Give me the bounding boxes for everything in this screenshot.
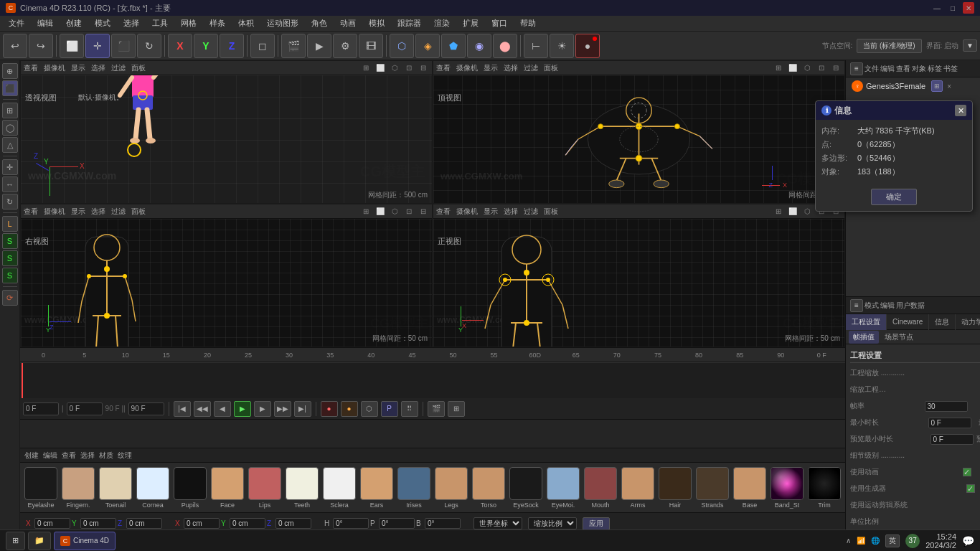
menu-tracker[interactable]: 跟踪器 [392, 17, 427, 30]
scale-select[interactable]: 缩放比例 [528, 517, 577, 529]
tl-record-orange[interactable]: ● [341, 401, 358, 417]
vp-p-icon5[interactable]: ⊟ [418, 62, 429, 74]
left-tool-move[interactable]: ✛ [2, 159, 18, 175]
vp-p-icon1[interactable]: ⊞ [360, 62, 372, 74]
mat-trim[interactable]: Trim [808, 467, 841, 509]
mode-object-button[interactable]: ⬜ [60, 34, 84, 58]
vp-f-panel[interactable]: 面板 [544, 207, 558, 217]
mat-eyelashe[interactable]: Eyelashe [24, 467, 57, 509]
tray-lang-button[interactable]: 英 [885, 534, 900, 547]
coord-z-input[interactable] [126, 518, 162, 529]
mat-hair[interactable]: Hair [659, 467, 692, 509]
obj-menu-file[interactable]: 文件 [864, 64, 879, 74]
current-frame-input[interactable] [23, 402, 59, 415]
cube-button[interactable]: ⬡ [390, 34, 414, 58]
menu-extend[interactable]: 扩展 [457, 17, 484, 30]
tl-dots-button[interactable]: ⠿ [401, 401, 418, 417]
vp-p-icon2[interactable]: ⬜ [374, 62, 386, 74]
tray-up-arrow[interactable]: ∧ [846, 537, 851, 545]
left-tool-4[interactable]: ◯ [2, 120, 18, 136]
obj-menu-edit[interactable]: 编辑 [880, 64, 895, 74]
vp-t-icon2[interactable]: ⬜ [787, 62, 798, 74]
vp-r-icon3[interactable]: ⬡ [389, 206, 400, 217]
mat-menu-material[interactable]: 材质 [99, 451, 113, 461]
vp-t-icon3[interactable]: ⬡ [801, 62, 813, 74]
mat-fingern[interactable]: Fingern. [62, 467, 95, 509]
left-tool-scale[interactable]: ↔ [2, 176, 18, 192]
nodespace-select[interactable]: 当前 (标准/物理) [857, 39, 921, 53]
left-tool-2[interactable]: ⬛ [2, 80, 18, 96]
mat-arms[interactable]: Arms [621, 467, 654, 509]
mat-menu-texture[interactable]: 纹理 [118, 451, 132, 461]
viewport-perspective[interactable]: 查看 摄像机 显示 选择 过滤 面板 ⊞ ⬜ ⬡ ⊡ ⊟ [20, 60, 433, 204]
attr-tab-info[interactable]: 信息 [929, 314, 956, 330]
attr-prevmintime-input[interactable] [930, 434, 974, 445]
vp-p-view[interactable]: 查看 [24, 63, 38, 73]
vp-front-content[interactable]: www.CGMXW.com CG模型主 [433, 219, 844, 347]
info-ok-button[interactable]: 确定 [871, 189, 917, 205]
tl-next-keyframe[interactable]: ▶▶ [274, 401, 291, 417]
attr-tab-cineware[interactable]: Cineware [887, 314, 929, 330]
vp-t-display[interactable]: 显示 [484, 63, 498, 73]
attr-tab-dynamics[interactable]: 动力学 [956, 314, 980, 330]
vp-perspective-content[interactable]: www.CGMXW.com CG模型主 [21, 75, 432, 203]
vp-r-icon1[interactable]: ⊞ [360, 206, 372, 217]
end-frame-input[interactable] [128, 402, 164, 415]
mat-base[interactable]: Base [733, 467, 766, 509]
mat-ears[interactable]: Ears [360, 467, 393, 509]
vp-f-icon3[interactable]: ⬡ [801, 206, 813, 217]
tl-play-button[interactable]: ▶ [234, 401, 251, 417]
menu-edit[interactable]: 编辑 [32, 17, 59, 30]
tl-snap-button[interactable]: 🎬 [428, 401, 445, 417]
tl-record-toggle[interactable]: ● [321, 401, 338, 417]
menu-simulate[interactable]: 模拟 [363, 17, 390, 30]
vp-f-icon2[interactable]: ⬜ [787, 206, 798, 217]
viewport-right[interactable]: 查看 摄像机 显示 选择 过滤 面板 ⊞ ⬜ ⬡ ⊡ ⊟ [20, 204, 433, 347]
axis-x-button[interactable]: X [168, 34, 192, 58]
mat-legs[interactable]: Legs [435, 467, 468, 509]
axis-y-button[interactable]: Y [194, 34, 218, 58]
viewport-top[interactable]: 查看 摄像机 显示 选择 过滤 面板 ⊞ ⬜ ⬡ ⊡ ⊟ [433, 60, 845, 204]
attr-fps-input[interactable] [925, 401, 968, 412]
mat-irises[interactable]: Irises [397, 467, 430, 509]
timeline-track[interactable] [20, 362, 845, 398]
vp-t-filter[interactable]: 过滤 [524, 63, 538, 73]
close-button[interactable]: ✕ [963, 2, 974, 14]
left-tool-3[interactable]: ⊞ [2, 103, 18, 118]
cinema4d-taskbar-button[interactable]: C Cinema 4D [54, 532, 116, 550]
mat-pupils[interactable]: Pupils [174, 467, 207, 509]
menu-create[interactable]: 创建 [60, 17, 88, 30]
coord-b-input[interactable] [425, 518, 461, 529]
attr-menu-userdata[interactable]: 用户数据 [896, 301, 925, 311]
menu-tools[interactable]: 工具 [146, 17, 174, 30]
attr-subtab-frame[interactable]: 帧插值 [849, 331, 879, 344]
left-tool-1[interactable]: ⊕ [2, 63, 18, 79]
vp-f-view[interactable]: 查看 [436, 207, 451, 217]
vp-p-select[interactable]: 选择 [91, 63, 105, 73]
mat-sclera[interactable]: Sclera [323, 467, 356, 509]
world-coord-select[interactable]: 世界坐标 [473, 517, 522, 529]
menu-window[interactable]: 窗口 [486, 17, 513, 30]
vp-r-camera[interactable]: 摄像机 [44, 207, 65, 217]
coord-y-input[interactable] [80, 518, 116, 529]
menu-volume[interactable]: 体积 [232, 17, 260, 30]
render-to-picture-button[interactable]: 🎞 [359, 34, 383, 58]
undo-button[interactable]: ↩ [3, 34, 27, 58]
viewport-front[interactable]: 查看 摄像机 显示 选择 过滤 面板 ⊞ ⬜ ⬡ ⊡ ⊟ [433, 204, 845, 347]
record-button[interactable]: ● [575, 34, 600, 58]
left-tool-7[interactable]: L [2, 216, 18, 232]
vp-r-display[interactable]: 显示 [71, 207, 85, 217]
vp-p-camera[interactable]: 摄像机 [44, 63, 65, 73]
coord-z2-input[interactable] [275, 518, 311, 529]
menu-select[interactable]: 选择 [118, 17, 145, 30]
notification-button[interactable]: 💬 [962, 535, 974, 547]
vp-t-icon1[interactable]: ⊞ [773, 62, 784, 74]
left-tool-8[interactable]: S [2, 233, 18, 249]
vp-f-filter[interactable]: 过滤 [524, 207, 538, 217]
vp-top-content[interactable]: www.CGMXW.com CG模型主 [433, 75, 844, 203]
menu-spline[interactable]: 样条 [204, 17, 231, 30]
vp-p-icon3[interactable]: ⬡ [389, 62, 400, 74]
mat-face[interactable]: Face [211, 467, 244, 509]
mat-lips[interactable]: Lips [248, 467, 281, 509]
menu-mograph[interactable]: 运动图形 [261, 17, 304, 30]
